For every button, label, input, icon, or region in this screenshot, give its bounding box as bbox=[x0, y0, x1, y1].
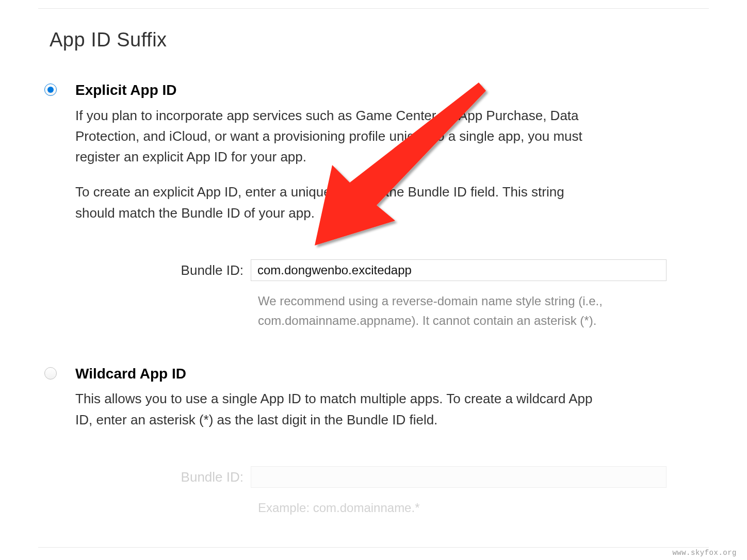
bundle-id-hint-row-wildcard: Example: com.domainname.* bbox=[75, 488, 703, 518]
watermark: www.skyfox.org bbox=[672, 549, 737, 557]
option-explicit-title: Explicit App ID bbox=[75, 81, 703, 99]
bundle-id-label-explicit: Bundle ID: bbox=[75, 262, 251, 278]
bundle-id-row-wildcard: Bundle ID: bbox=[75, 466, 703, 488]
bundle-id-hint-explicit: We recommend using a reverse-domain name… bbox=[258, 291, 674, 331]
radio-explicit[interactable] bbox=[44, 84, 57, 96]
content-area: Explicit App ID If you plan to incorpora… bbox=[44, 81, 703, 518]
bundle-id-input-wildcard[interactable] bbox=[251, 466, 667, 488]
radio-wildcard[interactable] bbox=[44, 367, 57, 380]
bundle-id-hint-wildcard: Example: com.domainname.* bbox=[258, 498, 419, 518]
option-explicit: Explicit App ID If you plan to incorpora… bbox=[44, 81, 703, 331]
page-root: App ID Suffix Explicit App ID If you pla… bbox=[0, 0, 747, 560]
option-wildcard: Wildcard App ID This allows you to use a… bbox=[44, 365, 703, 518]
bundle-id-label-wildcard: Bundle ID: bbox=[75, 469, 251, 485]
option-radio-cell bbox=[44, 81, 75, 331]
option-explicit-desc2: To create an explicit App ID, enter a un… bbox=[75, 182, 604, 223]
bundle-id-row-explicit: Bundle ID: bbox=[75, 259, 703, 281]
bundle-id-input-explicit[interactable] bbox=[251, 259, 667, 281]
option-wildcard-desc1: This allows you to use a single App ID t… bbox=[75, 388, 604, 430]
option-explicit-body: Explicit App ID If you plan to incorpora… bbox=[75, 81, 703, 331]
section-title: App ID Suffix bbox=[50, 29, 167, 51]
bundle-id-hint-row-explicit: We recommend using a reverse-domain name… bbox=[75, 281, 703, 331]
option-explicit-desc1: If you plan to incorporate app services … bbox=[75, 105, 604, 168]
option-wildcard-title: Wildcard App ID bbox=[75, 365, 703, 383]
option-radio-cell-wildcard bbox=[44, 365, 75, 518]
option-wildcard-body: Wildcard App ID This allows you to use a… bbox=[75, 365, 703, 518]
top-divider bbox=[38, 8, 709, 9]
bottom-divider bbox=[38, 547, 709, 548]
